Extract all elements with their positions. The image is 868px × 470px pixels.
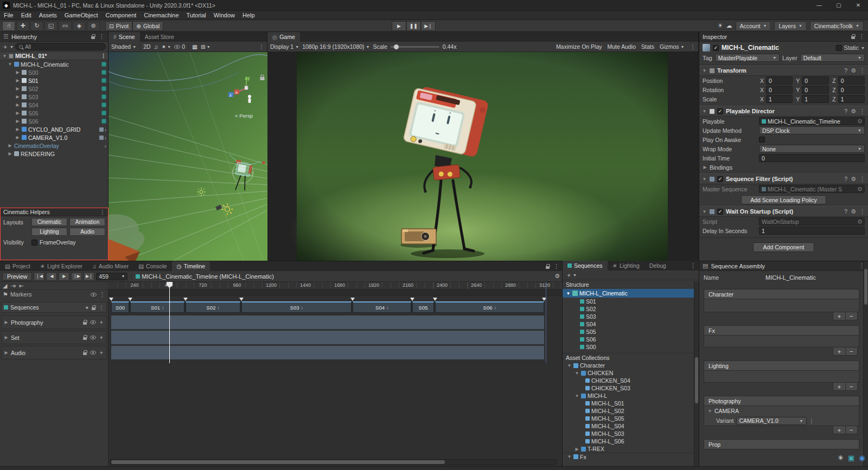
frameoverlay-checkbox[interactable]	[31, 240, 37, 246]
account-dropdown[interactable]: Account▼	[736, 21, 771, 31]
2d-toggle-button[interactable]: 2D	[143, 43, 150, 50]
search-input[interactable]: All	[15, 43, 106, 50]
name-value[interactable]: MICH-L_Cinematic	[765, 274, 816, 281]
structure-item-s01[interactable]: S01	[563, 298, 699, 305]
maximize-button[interactable]: ▢	[829, 0, 848, 10]
asset-mich-l-s05[interactable]: MICH-L_S05	[563, 415, 699, 422]
foldout-icon[interactable]: ▶	[4, 320, 9, 325]
sequence-badge-icon[interactable]	[101, 102, 106, 107]
hierarchy-item-cinematicoverlay[interactable]: ▶ CinematicOverlay ›	[0, 141, 108, 150]
preset-icon[interactable]: ⚙	[851, 176, 856, 183]
asset-mich-l-s06[interactable]: MICH-L_S06	[563, 437, 699, 445]
add-sequence-button[interactable]: ＋	[566, 271, 572, 279]
cinematic-helpers-header[interactable]: Cinematic Helpers ⋮	[1, 208, 108, 216]
active-checkbox[interactable]: ✓	[713, 45, 719, 51]
display-dropdown[interactable]: Display 1▼	[270, 43, 299, 50]
hierarchy-item-camera-v10[interactable]: ▶ CAMERA_V1.0 ›	[0, 133, 108, 141]
sequence-badge-icon[interactable]	[101, 62, 106, 67]
hierarchy-item-s06[interactable]: ▶ S06	[0, 117, 108, 125]
scene-menu-icon[interactable]: ⋮	[101, 53, 107, 59]
play-button[interactable]: ▶	[392, 21, 406, 31]
global-toggle-button[interactable]: ⊕Global	[132, 21, 163, 31]
goto-end-button[interactable]: ▶❘	[84, 272, 94, 281]
goto-start-button[interactable]: ❘◀	[34, 272, 44, 281]
remove-button[interactable]: −	[845, 347, 858, 355]
frame-field[interactable]: 459▼	[96, 273, 127, 280]
object-picker-icon[interactable]: ⊙	[858, 118, 862, 124]
clip-s05[interactable]: S05	[412, 301, 434, 313]
structure-item-s05[interactable]: S05	[563, 328, 699, 336]
add-button[interactable]: ＋	[833, 426, 845, 434]
remove-button[interactable]: −	[845, 312, 858, 320]
structure-item-s06[interactable]: S06	[563, 336, 699, 343]
hierarchy-item-s03[interactable]: ▶ S03	[0, 93, 108, 101]
lock-icon[interactable]	[851, 34, 856, 39]
camera-item-row[interactable]: ▼ CAMERA	[704, 406, 859, 416]
lighting-section-header[interactable]: Lighting	[704, 360, 859, 371]
tag-dropdown[interactable]: MasterPlayable▼	[715, 54, 780, 62]
sequence-badge-icon[interactable]	[101, 78, 106, 83]
panel-menu-icon[interactable]: ⋮	[100, 209, 106, 215]
eye-icon[interactable]	[91, 293, 97, 297]
previous-frame-button[interactable]: ◀	[46, 272, 57, 281]
preset-icon[interactable]: ⚙	[851, 208, 856, 215]
layout-animation-button[interactable]: Animation	[69, 218, 105, 226]
foldout-icon[interactable]: ▶	[15, 70, 20, 75]
tab-sequences[interactable]: Sequences	[563, 261, 608, 271]
transform-tool-button[interactable]: ◈	[73, 21, 86, 31]
cloud-icon[interactable]: ☁	[726, 22, 732, 29]
visibility-toggle[interactable]: 0	[174, 43, 185, 50]
hierarchy-item-s02[interactable]: ▶ S02	[0, 85, 108, 93]
custom-tool-button[interactable]: ⊛	[87, 21, 100, 31]
hierarchy-item-mich-l-cinematic[interactable]: ▼ MICH-L_Cinematic	[0, 60, 108, 68]
position-x-field[interactable]: 0	[766, 76, 793, 85]
track-audio[interactable]: ▶ Audio ＋	[1, 346, 107, 359]
component-menu-icon[interactable]: ⋮	[859, 208, 865, 215]
menu-cinemachine[interactable]: Cinemachine	[140, 11, 182, 20]
panel-menu-icon[interactable]: ⋮	[690, 262, 696, 269]
tab-lighting[interactable]: ☀Lighting	[608, 261, 644, 271]
override-icon[interactable]	[99, 127, 104, 132]
add-button[interactable]: ＋	[833, 347, 845, 355]
pin-icon[interactable]: ⌖	[86, 304, 89, 311]
collection-mich-l[interactable]: ▼MICH-L	[563, 392, 699, 400]
marker-icon[interactable]: ⚑	[3, 291, 8, 298]
playable-director-header[interactable]: ▼ ✓ Playable Director ?⚙⋮	[699, 106, 868, 117]
play-on-awake-checkbox[interactable]	[759, 137, 765, 143]
panel-menu-icon[interactable]: ⋮	[99, 33, 105, 40]
layout-lighting-button[interactable]: Lighting	[31, 228, 67, 236]
structure-root-row[interactable]: ▼ MICH-L_Cinematic	[563, 289, 699, 298]
sequence-badge-icon[interactable]	[101, 111, 106, 115]
vertical-scrollbar[interactable]	[694, 281, 699, 466]
scrollbar-thumb[interactable]	[695, 357, 698, 403]
asset-mich-l-s01[interactable]: MICH-L_S01	[563, 400, 699, 407]
foldout-icon[interactable]: ▶	[703, 165, 707, 170]
minimize-button[interactable]: —	[809, 0, 829, 10]
clip-s03[interactable]: S03↓	[241, 301, 352, 313]
progress-icon[interactable]: ✳	[838, 454, 844, 462]
foldout-icon[interactable]: ▼	[575, 394, 579, 398]
lock-icon[interactable]	[83, 320, 87, 325]
structure-item-s04[interactable]: S04	[563, 320, 699, 328]
help-icon[interactable]: ?	[844, 208, 847, 215]
component-menu-icon[interactable]: ⋮	[859, 176, 865, 183]
next-frame-button[interactable]: ❘▶	[71, 272, 82, 281]
asset-mich-l-s02[interactable]: MICH-L_S02	[563, 407, 699, 415]
foldout-icon[interactable]: ▶	[15, 127, 20, 132]
rotate-tool-button[interactable]: ↻	[30, 21, 43, 31]
add-icon[interactable]: ＋	[99, 349, 105, 357]
hierarchy-item-rendering[interactable]: ▶ RENDERING	[0, 150, 108, 158]
chevron-down-icon[interactable]: ▼	[861, 46, 865, 50]
hierarchy-item-s01[interactable]: ▶ S01	[0, 76, 108, 85]
scrollbar-thumb[interactable]	[864, 269, 867, 305]
scrollbar-thumb[interactable]	[111, 460, 445, 464]
collection-t-rex[interactable]: ▶T-REX	[563, 445, 699, 453]
layers-dropdown[interactable]: Layers▼	[774, 21, 806, 31]
activity-icon[interactable]: ◉	[859, 454, 865, 462]
lock-icon[interactable]	[91, 34, 95, 39]
markers-lane[interactable]	[108, 289, 562, 296]
variant-menu-icon[interactable]: ⋮	[809, 417, 815, 424]
timeline-asset-name[interactable]: MICH-L_Cinematic_Timeline (MICH-L_Cinema…	[142, 273, 273, 280]
scale-tool-button[interactable]: ◱	[44, 21, 58, 31]
timeline-settings-icon[interactable]: ⚙	[554, 273, 560, 280]
